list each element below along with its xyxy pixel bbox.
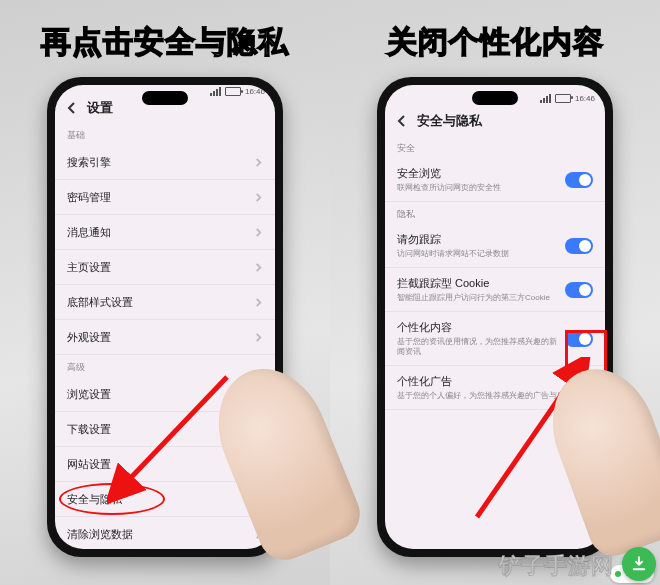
camera-notch: [142, 91, 188, 105]
camera-notch: [472, 91, 518, 105]
row-label: 主页设置: [67, 260, 246, 275]
caption-right: 关闭个性化内容: [387, 22, 604, 63]
row-clear-data[interactable]: 清除浏览数据: [55, 517, 275, 549]
section-privacy: 隐私: [385, 202, 605, 224]
chevron-right-icon: [254, 258, 263, 276]
row-appearance[interactable]: 外观设置: [55, 320, 275, 355]
chevron-right-icon: [254, 293, 263, 311]
row-sub: 智能阻止跟踪用户访问行为的第三方Cookie: [397, 293, 557, 303]
row-sub: 访问网站时请求网站不记录数据: [397, 249, 557, 259]
battery-icon: [225, 87, 241, 96]
row-sub: 联网检查所访问网页的安全性: [397, 183, 557, 193]
row-label: 个性化广告: [397, 374, 576, 389]
row-do-not-track[interactable]: 请勿跟踪 访问网站时请求网站不记录数据: [385, 224, 605, 268]
row-safe-browsing[interactable]: 安全浏览 联网检查所访问网页的安全性: [385, 158, 605, 202]
row-label: 底部样式设置: [67, 295, 246, 310]
row-bottom-style[interactable]: 底部样式设置: [55, 285, 275, 320]
row-label: 外观设置: [67, 330, 246, 345]
row-sub: 基于您的个人偏好，为您推荐感兴趣的广告与服务: [397, 391, 576, 401]
row-label: 消息通知: [67, 225, 246, 240]
watermark-brand: 铲子手游网: [499, 551, 614, 581]
wechat-dot-icon: [615, 571, 621, 577]
row-search-engine[interactable]: 搜索引擎: [55, 145, 275, 180]
toggle-switch[interactable]: [565, 331, 593, 347]
row-label: 安全与隐私: [67, 492, 246, 507]
row-block-tracking-cookie[interactable]: 拦截跟踪型 Cookie 智能阻止跟踪用户访问行为的第三方Cookie: [385, 268, 605, 312]
chevron-right-icon: [254, 188, 263, 206]
row-label: 清除浏览数据: [67, 527, 246, 542]
status-time: 16:46: [245, 87, 265, 96]
status-time: 16:46: [575, 94, 595, 103]
page-title: 安全与隐私: [417, 112, 482, 130]
row-label: 浏览设置: [67, 387, 246, 402]
row-label: 搜索引擎: [67, 155, 246, 170]
toggle-switch[interactable]: [565, 172, 593, 188]
row-label: 网站设置: [67, 457, 246, 472]
chevron-right-icon: [254, 328, 263, 346]
back-icon[interactable]: [65, 101, 79, 115]
toggle-switch[interactable]: [565, 238, 593, 254]
caption-left: 再点击安全与隐私: [41, 22, 289, 63]
row-password[interactable]: 密码管理: [55, 180, 275, 215]
row-label: 密码管理: [67, 190, 246, 205]
chevron-right-icon: [254, 223, 263, 241]
row-sub: 基于您的资讯使用情况，为您推荐感兴趣的新闻资讯: [397, 337, 557, 357]
battery-icon: [555, 94, 571, 103]
row-label: 拦截跟踪型 Cookie: [397, 276, 557, 291]
page-title: 设置: [87, 99, 113, 117]
row-personalized-content[interactable]: 个性化内容 基于您的资讯使用情况，为您推荐感兴趣的新闻资讯: [385, 312, 605, 366]
section-security: 安全: [385, 136, 605, 158]
download-icon: [622, 547, 656, 581]
row-homepage[interactable]: 主页设置: [55, 250, 275, 285]
row-notifications[interactable]: 消息通知: [55, 215, 275, 250]
signal-icon: [210, 87, 221, 96]
section-basic: 基础: [55, 123, 275, 145]
row-label: 请勿跟踪: [397, 232, 557, 247]
back-icon[interactable]: [395, 114, 409, 128]
row-label: 个性化内容: [397, 320, 557, 335]
signal-icon: [540, 94, 551, 103]
row-label: 安全浏览: [397, 166, 557, 181]
toggle-switch[interactable]: [565, 282, 593, 298]
chevron-right-icon: [254, 153, 263, 171]
